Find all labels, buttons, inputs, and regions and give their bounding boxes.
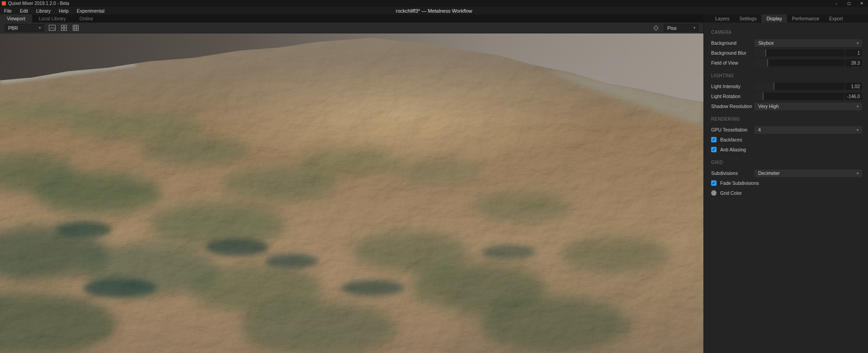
tab-layers[interactable]: Layers (710, 14, 735, 23)
camera-preset-dropdown[interactable]: Pisa ▾ (664, 24, 699, 32)
row-background-blur: Background Blur 1 (704, 48, 868, 58)
slider-fill (755, 59, 768, 66)
single-view-icon[interactable] (48, 24, 56, 32)
right-panel: Layers Settings Display Performance Expo… (703, 14, 868, 353)
subdivisions-label: Subdivisions (711, 170, 755, 176)
tab-viewport[interactable]: Viewport (0, 14, 32, 23)
row-subdivisions: Subdivisions Decimeter ▾ (704, 168, 868, 178)
tab-export[interactable]: Export (824, 14, 848, 23)
left-area: Viewport Local Library Online PBR ▾ (0, 14, 703, 353)
environment-skybox-icon[interactable] (652, 24, 660, 32)
shadow-resolution-dropdown[interactable]: Very High ▾ (755, 103, 862, 110)
chevron-down-icon: ▾ (693, 26, 695, 30)
menu-library[interactable]: Library (32, 8, 55, 14)
main-tab-bar: Viewport Local Library Online (0, 14, 703, 23)
row-anti-aliasing: ✓ Anti Aliasing (704, 145, 868, 155)
chevron-down-icon: ▾ (857, 128, 859, 132)
section-title-rendering: RENDERING (704, 111, 868, 125)
slider-fill (755, 83, 774, 90)
display-panel-body: CAMERA Background Skybox ▾ Background Bl… (704, 23, 868, 353)
fade-subdivisions-label: Fade Subdivisions (720, 180, 759, 186)
grid-color-label: Grid Color (720, 190, 742, 196)
split-view-icon[interactable] (60, 24, 68, 32)
app-logo-icon (2, 1, 6, 5)
viewport-toolbar: PBR ▾ Pisa ▾ (0, 23, 703, 33)
titlebar: Quixel Mixer 2019.1.2.0 - Beta – ▢ ✕ (0, 0, 868, 7)
grid-color-swatch[interactable] (711, 190, 717, 196)
viewport-3d-render[interactable] (0, 33, 703, 353)
background-blur-label: Background Blur (711, 50, 755, 56)
menu-help[interactable]: Help (55, 8, 73, 14)
chevron-down-icon: ▾ (39, 26, 41, 30)
menu-edit[interactable]: Edit (16, 8, 32, 14)
shadow-resolution-value: Very High (758, 104, 779, 109)
field-of-view-label: Field of View (711, 60, 755, 66)
row-grid-color: Grid Color (704, 188, 868, 198)
chevron-down-icon: ▾ (857, 171, 859, 175)
row-field-of-view: Field of View 39.3 (704, 58, 868, 68)
light-rotation-value[interactable]: -146.0 (845, 93, 862, 100)
minimize-button[interactable]: – (830, 0, 843, 7)
slider-fill (755, 93, 764, 100)
grid-view-icon[interactable] (71, 24, 80, 32)
window-controls: – ▢ ✕ (830, 0, 868, 7)
field-of-view-value[interactable]: 39.3 (845, 59, 862, 66)
workspace: Viewport Local Library Online PBR ▾ (0, 14, 868, 353)
row-gpu-tessellation: GPU Tessellation 4 ▾ (704, 125, 868, 135)
backfaces-label: Backfaces (720, 137, 742, 142)
light-intensity-label: Light Intensity (711, 84, 755, 89)
maximize-button[interactable]: ▢ (843, 0, 855, 7)
document-title: rockchliff3* — Metalness Workflow (0, 8, 868, 14)
background-dropdown[interactable]: Skybox ▾ (755, 39, 862, 47)
light-intensity-value[interactable]: 1.02 (845, 83, 862, 90)
tab-display[interactable]: Display (761, 14, 787, 23)
slider-fill (755, 49, 766, 56)
anti-aliasing-label: Anti Aliasing (720, 147, 746, 152)
row-backfaces: ✓ Backfaces (704, 135, 868, 145)
background-blur-slider[interactable] (755, 49, 844, 56)
menu-experimental[interactable]: Experimental (73, 8, 108, 14)
light-intensity-slider[interactable] (755, 83, 844, 90)
section-title-camera: CAMERA (704, 24, 868, 38)
panel-tab-bar: Layers Settings Display Performance Expo… (704, 14, 868, 23)
window-title: Quixel Mixer 2019.1.2.0 - Beta (8, 1, 69, 6)
backfaces-checkbox[interactable]: ✓ (711, 137, 717, 142)
background-blur-value[interactable]: 1 (845, 49, 862, 56)
camera-preset-value: Pisa (667, 25, 676, 31)
row-fade-subdivisions: ✓ Fade Subdivisions (704, 178, 868, 188)
tab-local-library[interactable]: Local Library (32, 14, 73, 23)
shadow-resolution-label: Shadow Resolution (711, 104, 755, 109)
menubar: rockchliff3* — Metalness Workflow File E… (0, 7, 868, 14)
row-light-intensity: Light Intensity 1.02 (704, 81, 868, 91)
subdivisions-value: Decimeter (758, 170, 780, 176)
menu-file[interactable]: File (0, 8, 16, 14)
app-window: Quixel Mixer 2019.1.2.0 - Beta – ▢ ✕ roc… (0, 0, 868, 353)
subdivisions-dropdown[interactable]: Decimeter ▾ (755, 169, 862, 177)
gpu-tessellation-label: GPU Tessellation (711, 127, 755, 132)
tab-performance[interactable]: Performance (787, 14, 824, 23)
field-of-view-slider[interactable] (755, 59, 844, 66)
background-label: Background (711, 40, 755, 46)
shading-mode-value: PBR (8, 25, 18, 31)
row-shadow-resolution: Shadow Resolution Very High ▾ (704, 101, 868, 111)
fade-subdivisions-checkbox[interactable]: ✓ (711, 180, 717, 186)
anti-aliasing-checkbox[interactable]: ✓ (711, 147, 717, 152)
viewport-3d[interactable] (0, 33, 703, 353)
tab-settings[interactable]: Settings (735, 14, 762, 23)
chevron-down-icon: ▾ (857, 104, 859, 108)
row-light-rotation: Light Rotation -146.0 (704, 91, 868, 101)
chevron-down-icon: ▾ (857, 41, 859, 45)
section-title-grid: GRID (704, 155, 868, 168)
background-value: Skybox (758, 40, 774, 46)
shading-mode-dropdown[interactable]: PBR ▾ (5, 24, 44, 32)
close-button[interactable]: ✕ (855, 0, 868, 7)
tab-online[interactable]: Online (73, 14, 100, 23)
light-rotation-slider[interactable] (755, 93, 844, 100)
section-title-lighting: LIGHTING (704, 68, 868, 81)
gpu-tessellation-dropdown[interactable]: 4 ▾ (755, 126, 862, 134)
row-background: Background Skybox ▾ (704, 38, 868, 48)
light-rotation-label: Light Rotation (711, 94, 755, 99)
gpu-tessellation-value: 4 (758, 127, 761, 132)
